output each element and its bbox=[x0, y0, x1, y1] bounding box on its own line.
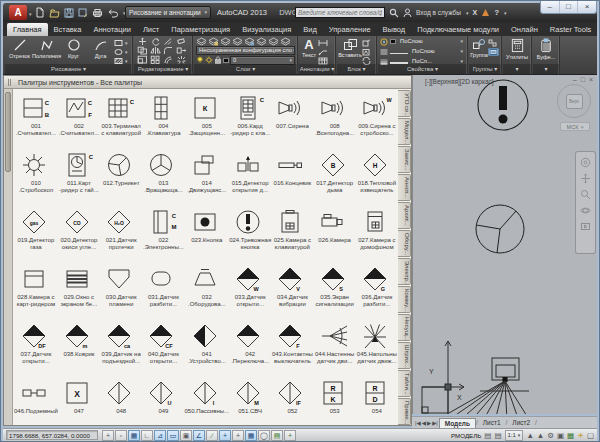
palette-item[interactable]: 046.Подземный bbox=[14, 378, 58, 425]
erase-tool-button[interactable] bbox=[175, 37, 188, 46]
polyline-tool-button[interactable]: Полилиния bbox=[33, 37, 60, 59]
palette-scrollbar[interactable] bbox=[4, 89, 13, 425]
palette-item[interactable]: CO020.Детектор окиси угле... bbox=[58, 207, 100, 264]
ungroup-button[interactable] bbox=[488, 39, 499, 47]
pan-icon[interactable] bbox=[580, 173, 591, 184]
exchange-apps-icon[interactable]: X bbox=[472, 9, 477, 16]
palette-item[interactable]: 032 .Оборудова... bbox=[185, 264, 230, 321]
layer-tool-icon[interactable] bbox=[256, 37, 267, 46]
palette-item[interactable]: 048 bbox=[100, 378, 142, 425]
workspace-switch-icon[interactable]: ⚙ bbox=[547, 430, 554, 441]
palette-item[interactable]: W009.Сирена с стробоско... bbox=[356, 93, 398, 150]
open-file-icon[interactable] bbox=[49, 8, 60, 18]
palette-item[interactable]: F043.Контактны выключатель bbox=[271, 321, 313, 378]
ribbon-tab-Лист[interactable]: Лист bbox=[137, 23, 165, 36]
quick-view-layouts-icon[interactable]: ▤ bbox=[484, 430, 491, 441]
palette-item[interactable]: 042 .Переключа... bbox=[229, 321, 271, 378]
turnstile-symbol[interactable] bbox=[475, 202, 527, 256]
palette-item[interactable]: 025.Камера с клавиатурой bbox=[271, 207, 313, 264]
viewcube-face[interactable]: Верх bbox=[566, 94, 583, 109]
palette-tab-Несущ...[interactable]: Несущ... bbox=[398, 314, 411, 341]
leader-tool-button[interactable] bbox=[318, 48, 328, 56]
ucs-icon[interactable]: Y X bbox=[417, 336, 473, 414]
coordinates-readout[interactable]: 1798.6688, 657.0284, 0.0000 bbox=[6, 430, 98, 440]
ribbon-tab-Управление[interactable]: Управление bbox=[323, 23, 377, 36]
layer-tool-icon[interactable] bbox=[244, 37, 255, 46]
ribbon-tab-Вид[interactable]: Вид bbox=[297, 23, 323, 36]
quick-view-drawings-icon[interactable]: ▤ bbox=[494, 430, 501, 441]
help-caret-icon[interactable]: ▾ bbox=[504, 10, 507, 16]
palette-item[interactable]: M051.СВЧ bbox=[229, 378, 271, 425]
palette-title-bar[interactable]: Палитры инструментов - Все палитры bbox=[4, 76, 411, 89]
palette-item[interactable]: К005 .Защищенн... bbox=[185, 93, 230, 150]
palette-item[interactable]: I050.Пассивны... bbox=[185, 378, 230, 425]
palette-item[interactable]: CF002 .Считывател... bbox=[58, 93, 100, 150]
palette-tab-Архит...[interactable]: Архит... bbox=[398, 202, 411, 229]
paste-button[interactable]: Буфе... bbox=[534, 37, 558, 60]
trim-tool-button[interactable] bbox=[162, 37, 175, 46]
panel-footer-properties[interactable]: Свойства ▾ bbox=[378, 64, 467, 74]
search-icon[interactable] bbox=[389, 8, 399, 18]
palette-item[interactable]: RK053 bbox=[314, 378, 356, 425]
palette-tab-Приме...[interactable]: Приме... bbox=[398, 398, 411, 425]
help-icon[interactable]: ? bbox=[494, 8, 499, 17]
insert-block-button[interactable]: Вставить bbox=[338, 37, 362, 58]
group-edit-button[interactable] bbox=[488, 48, 499, 56]
palette-item[interactable]: 028.Камера с карт-ридером bbox=[14, 264, 58, 321]
viewcube[interactable]: Верх bbox=[557, 84, 591, 118]
copy-tool-button[interactable] bbox=[136, 46, 149, 55]
status-toggle-9[interactable]: ∕ bbox=[206, 430, 218, 441]
status-toggle-8[interactable]: ∠ bbox=[193, 430, 205, 441]
palette-item[interactable]: B017.Детектор дыма bbox=[314, 150, 356, 207]
stretch-tool-button[interactable] bbox=[175, 46, 188, 55]
save-as-icon[interactable] bbox=[78, 8, 88, 18]
app-menu-button[interactable]: A bbox=[9, 5, 27, 20]
layer-state-combo[interactable]: Несохраненная конфигурация сло ▾ bbox=[196, 46, 295, 55]
palette-item[interactable]: 004 .Клавиатура bbox=[142, 93, 184, 150]
palette-item[interactable]: C003.Терминал с клавиатурой bbox=[100, 93, 142, 150]
circle-tool-button[interactable]: Круг bbox=[60, 37, 87, 59]
palette-item[interactable]: S035.Экран сигнализации bbox=[314, 264, 356, 321]
status-toggle-5[interactable]: ⊿ bbox=[154, 430, 166, 441]
palette-item[interactable]: H₂O021.Датчик протечки bbox=[100, 207, 142, 264]
status-toggle-12[interactable]: ▦ bbox=[245, 430, 257, 441]
doc-restore-icon[interactable]: □ bbox=[581, 76, 585, 83]
doc-close-icon[interactable]: × bbox=[589, 76, 593, 83]
hardware-accel-icon[interactable]: ▦ bbox=[567, 430, 574, 441]
ribbon-tab-Вывод[interactable]: Вывод bbox=[377, 23, 412, 36]
palette-item[interactable]: 014 .Движущаяс... bbox=[185, 150, 230, 207]
palette-item[interactable]: 030.Датчик пламени bbox=[100, 264, 142, 321]
palette-item[interactable]: 016.Концевик bbox=[271, 150, 313, 207]
status-toggle-4[interactable]: ∟ bbox=[141, 430, 153, 441]
palette-tab-Модел...[interactable]: Модел... bbox=[398, 118, 411, 145]
edit-block-button[interactable] bbox=[362, 39, 371, 47]
explode-tool-button[interactable] bbox=[175, 55, 188, 64]
panel-footer-groups[interactable]: Группы ▾ bbox=[469, 64, 501, 74]
signin-label[interactable]: Вход в службы bbox=[416, 9, 461, 16]
showmotion-icon[interactable] bbox=[580, 221, 591, 232]
palette-item[interactable]: X047 bbox=[58, 378, 100, 425]
palette-item[interactable]: RD054 bbox=[356, 378, 398, 425]
layer-freeze-icon[interactable] bbox=[205, 56, 213, 64]
ribbon-tab-Аннотации[interactable]: Аннотации bbox=[87, 23, 137, 36]
palette-item[interactable]: 008 .Всепогодна... bbox=[314, 93, 356, 150]
palette-grip-icon[interactable] bbox=[8, 79, 11, 86]
rotate-tool-button[interactable] bbox=[149, 37, 162, 46]
utilities-button[interactable]: Утилиты bbox=[504, 37, 530, 60]
ribbon-tab-Подключаемые модули[interactable]: Подключаемые модули bbox=[411, 23, 505, 36]
palette-tab-Электр...[interactable]: Электр... bbox=[398, 258, 411, 285]
annotation-scale-button[interactable]: 1:1 ▾ bbox=[505, 430, 524, 441]
block-attr-button[interactable] bbox=[362, 48, 371, 56]
array-tool-button[interactable] bbox=[149, 55, 162, 64]
annotation-autoscale-icon[interactable]: ▲ bbox=[537, 430, 544, 441]
palette-item[interactable]: 010 .Стробоскоп bbox=[14, 150, 58, 207]
ribbon-tab-Главная[interactable]: Главная bbox=[7, 23, 48, 36]
palette-item[interactable]: G036.Датчик разбити... bbox=[356, 264, 398, 321]
layer-tool-icon[interactable] bbox=[232, 37, 243, 46]
wcs-menu[interactable]: МСК ▾ bbox=[560, 122, 590, 131]
layer-tool-icon[interactable] bbox=[196, 37, 207, 46]
palette-item[interactable]: 045.Напольны датчик движ... bbox=[356, 321, 398, 378]
first-layout-icon[interactable]: |◀ bbox=[415, 420, 421, 426]
panel-footer-clipboard[interactable]: ▾ bbox=[533, 64, 559, 74]
palette-item[interactable]: 024.Тревожная кнопка bbox=[229, 207, 271, 264]
